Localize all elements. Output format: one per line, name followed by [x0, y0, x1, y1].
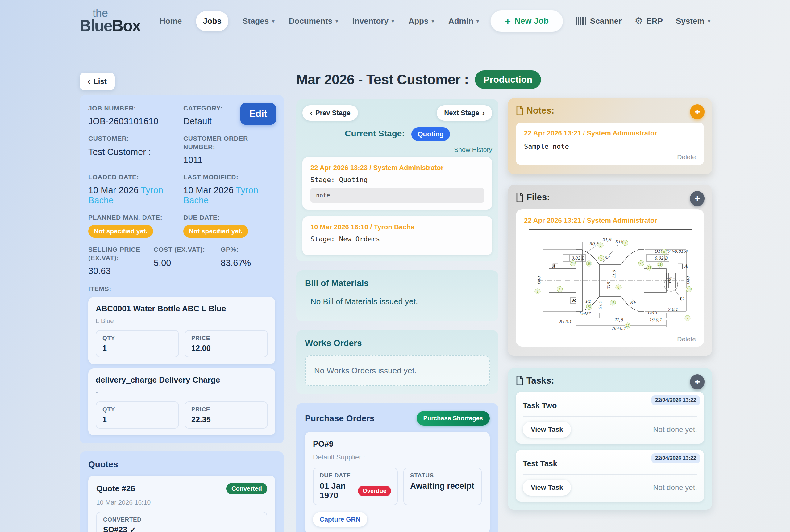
po-due-date-value: 01 Jan 1970 Overdue	[320, 481, 391, 500]
capture-grn-button[interactable]: Capture GRN	[313, 512, 367, 527]
logo[interactable]: the BlueBox	[80, 8, 140, 33]
item-price-box: PRICE 12.00	[185, 330, 268, 357]
nav-inventory[interactable]: Inventory▾	[352, 16, 394, 26]
nav-home[interactable]: Home	[159, 16, 182, 26]
notes-head: Notes:	[516, 106, 704, 116]
note-date: 22 Apr 2026 13:21 / System Administrator	[524, 129, 696, 137]
dim-label: Ø40	[686, 276, 690, 284]
works-orders-title: Works Orders	[305, 338, 490, 348]
quote-status-badge: Converted	[226, 483, 267, 494]
prev-stage-button[interactable]: ‹ Prev Stage	[303, 105, 358, 121]
chevron-down-icon: ▾	[477, 18, 479, 24]
view-task-button[interactable]: View Task	[523, 421, 571, 438]
item-price-label: PRICE	[191, 335, 261, 342]
dim-label: Ø15	[607, 282, 611, 290]
dim-label: 21,5	[598, 301, 602, 309]
erp-button[interactable]: ⚙ ERP	[635, 16, 663, 26]
po-due-date: 01 Jan 1970	[320, 481, 354, 500]
back-to-list-button[interactable]: ‹ List	[80, 73, 115, 90]
detail-letter: C	[679, 296, 684, 302]
view-task-button[interactable]: View Task	[523, 479, 571, 496]
task-status: Not done yet.	[653, 483, 697, 492]
files-head: Files:	[516, 192, 704, 203]
system-label: System	[676, 16, 705, 26]
items-label: ITEMS:	[88, 285, 275, 293]
works-orders-empty-box: No Works Orders issued yet.	[305, 356, 490, 386]
dim-label: 19-0,1	[649, 318, 662, 322]
purchase-shortages-button[interactable]: Purchase Shortages	[417, 411, 490, 425]
tasks-head: Tasks:	[516, 376, 704, 386]
item-qty-label: QTY	[102, 406, 172, 413]
balloon-number: 3	[600, 244, 601, 247]
dim-label: Ø8	[668, 278, 672, 283]
customer-label: CUSTOMER:	[88, 135, 180, 142]
balloon-number: 29	[658, 263, 662, 266]
add-note-button[interactable]: +	[690, 104, 705, 119]
bom-empty-text: No Bill of Materials issued yet.	[310, 297, 490, 306]
scanner-button[interactable]: Scanner	[576, 16, 622, 26]
item-detail-boxes: QTY 1 PRICE 22.35	[96, 401, 268, 429]
dim-label: 8+0,1	[559, 319, 572, 324]
balloon-number: 17	[626, 324, 630, 327]
files-card: Files: + 22 Apr 2026 13:21 / System Admi…	[508, 185, 712, 356]
item-subtitle: -	[96, 388, 268, 396]
job-number-value: JOB-2603101610	[88, 116, 180, 127]
chevron-down-icon: ▾	[391, 18, 394, 24]
nav-jobs[interactable]: Jobs	[196, 11, 228, 31]
tasks-title: Tasks:	[526, 376, 554, 386]
planned-date-badge: Not specified yet.	[88, 225, 153, 238]
quote-converted-label: CONVERTED	[103, 516, 261, 523]
notes-title: Notes:	[526, 106, 554, 116]
gp-field: GP%: 83.67%	[220, 246, 275, 276]
stage-history-entry: 10 Mar 2026 16:10 / Tyron Bache Stage: N…	[303, 216, 492, 255]
next-stage-label: Next Stage	[444, 109, 479, 117]
file-preview-technical-drawing[interactable]: 21,9 R0,3 R19 R3 21,5 Ø15 Ø40 Ø10 H7 (-0…	[526, 234, 694, 332]
top-actions: + New Job Scanner ⚙ ERP System ▾	[490, 10, 710, 32]
nav-stages-label: Stages	[243, 16, 269, 26]
back-to-list-label: List	[94, 77, 107, 86]
note-entry: 22 Apr 2026 13:21 / System Administrator…	[516, 122, 704, 165]
selling-price-label: SELLING PRICE (EX.VAT):	[88, 246, 144, 262]
gp-label: GP%:	[220, 246, 275, 254]
balloon-number: 25	[571, 262, 575, 265]
order-number-field: CUSTOMER ORDER NUMBER: 1011	[183, 135, 275, 165]
nav-stages[interactable]: Stages▾	[243, 16, 275, 26]
job-item-card: delivery_charge Delivery Charge - QTY 1 …	[88, 368, 275, 435]
dim-label: 21,9	[614, 318, 624, 322]
nav-admin[interactable]: Admin▾	[448, 16, 479, 26]
new-job-button[interactable]: + New Job	[490, 10, 563, 32]
delete-note-link[interactable]: Delete	[524, 153, 696, 161]
balloon-number: 16	[611, 301, 615, 305]
scanner-label: Scanner	[590, 16, 622, 26]
item-price-box: PRICE 22.35	[185, 401, 268, 429]
nav-apps[interactable]: Apps▾	[408, 16, 434, 26]
item-qty-box: QTY 1	[96, 330, 179, 357]
notes-card: Notes: + 22 Apr 2026 13:21 / System Admi…	[508, 98, 712, 174]
cost-label: COST (EX.VAT):	[154, 246, 220, 254]
bill-of-materials-card: Bill of Materials No Bill of Materials i…	[296, 270, 498, 321]
add-file-button[interactable]: +	[690, 191, 705, 206]
history-stage: Stage: New Orders	[310, 235, 484, 243]
purchase-orders-title: Purchase Orders	[305, 414, 374, 423]
quote-item[interactable]: Quote #26 Converted 10 Mar 2026 16:10 CO…	[88, 476, 275, 532]
next-stage-button[interactable]: Next Stage ›	[437, 105, 492, 121]
show-history-link[interactable]: Show History	[303, 146, 492, 153]
file-entry: 22 Apr 2026 13:21 / System Administrator	[516, 209, 704, 346]
loaded-date-value: 10 Mar 2026 Tyron Bache	[88, 185, 180, 206]
purchase-orders-head: Purchase Orders Purchase Shortages	[305, 411, 490, 425]
stage-card: ‹ Prev Stage Next Stage › Current Stage:…	[296, 99, 498, 261]
current-stage-badge: Quoting	[411, 128, 450, 141]
add-task-button[interactable]: +	[690, 374, 705, 390]
selling-price-value: 30.63	[88, 266, 154, 276]
edit-job-button[interactable]: Edit	[240, 103, 276, 125]
section-letter: A	[683, 264, 688, 269]
dim-label: 0,02 B	[571, 256, 585, 261]
top-nav: the BlueBox Home Jobs Stages▾ Documents▾…	[0, 0, 790, 35]
note-text: Sample note	[524, 142, 696, 150]
nav-documents[interactable]: Documents▾	[289, 16, 338, 26]
divider	[523, 416, 697, 417]
dim-label: R3	[604, 255, 610, 260]
delete-file-link[interactable]: Delete	[524, 336, 696, 343]
system-menu[interactable]: System ▾	[676, 16, 710, 26]
main-menu: Home Jobs Stages▾ Documents▾ Inventory▾ …	[159, 11, 479, 31]
